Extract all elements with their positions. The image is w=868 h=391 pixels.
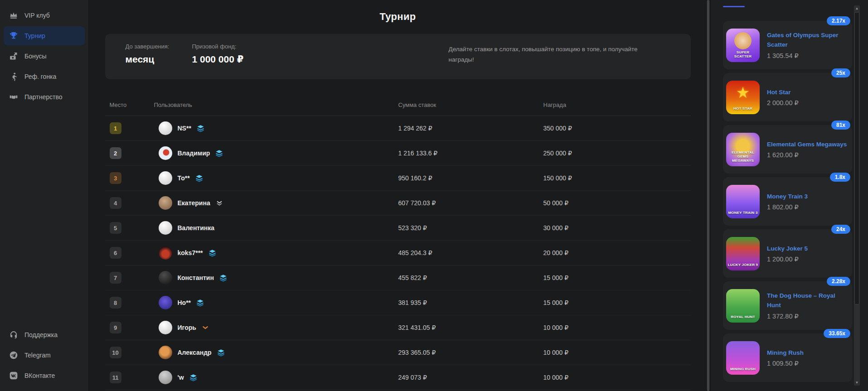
multiplier-badge: 25x xyxy=(831,68,850,77)
rank-badge: 6 xyxy=(110,247,121,259)
reward-value: 350 000 ₽ xyxy=(543,125,691,132)
prize-label: Призовой фонд: xyxy=(192,43,243,50)
game-thumbnail: LUCKY JOKER 5 xyxy=(726,237,760,270)
tournament-info-panel: До завершения: месяц Призовой фонд: 1 00… xyxy=(105,34,691,79)
username: Владимир xyxy=(178,150,210,157)
multiplier-badge: 81x xyxy=(831,121,850,130)
reward-value: 10 000 ₽ xyxy=(543,349,691,356)
rank-badge: 2 xyxy=(110,147,121,159)
rank-badge: 1 xyxy=(110,122,121,134)
bets-value: 1 216 133.6 ₽ xyxy=(398,150,543,157)
table-row: 3То**950 160.2 ₽150 000 ₽ xyxy=(105,166,691,191)
sidebar-item-label: VIP клуб xyxy=(24,12,50,19)
username: То** xyxy=(178,174,190,182)
win-amount: 1 802.00 ₽ xyxy=(767,203,808,211)
handshake-icon xyxy=(9,92,18,101)
table-row: 7Константин455 822 ₽15 000 ₽ xyxy=(105,265,691,290)
sidebar-item-vkontakte[interactable]: ВКонтакте xyxy=(4,366,85,385)
sidebar-item-label: ВКонтакте xyxy=(24,372,55,379)
live-wins-scrollbar[interactable]: ▲ ▼ xyxy=(854,5,860,386)
sidebar-item-bonuses[interactable]: Бонусы xyxy=(4,47,85,66)
multiplier-badge: 2.28x xyxy=(827,277,850,286)
table-row: 11'w249 073 ₽10 000 ₽ xyxy=(105,365,691,390)
trophy-icon xyxy=(9,31,18,40)
sidebar-item-support[interactable]: Поддержка xyxy=(4,325,85,344)
bets-value: 455 822 ₽ xyxy=(398,274,543,281)
multiplier-badge: 2.17x xyxy=(827,16,850,25)
sidebar-item-ref-race[interactable]: Реф. гонка xyxy=(4,67,85,86)
ends-stat: До завершения: месяц xyxy=(126,43,170,65)
reward-value: 150 000 ₽ xyxy=(543,174,691,182)
live-win-card[interactable]: 81xELEMENTAL GEMS MEGAWAYSElemental Gems… xyxy=(723,125,852,174)
prize-stat: Призовой фонд: 1 000 000 ₽ xyxy=(192,43,243,65)
live-win-card[interactable]: 33.65xMINING RUSHMining Rush1 009.50 ₽ xyxy=(723,333,852,382)
layers-icon xyxy=(197,125,204,132)
username: Игорь xyxy=(178,324,196,331)
username: koks7*** xyxy=(178,249,203,256)
reward-value: 20 000 ₽ xyxy=(543,249,691,256)
avatar xyxy=(159,196,172,210)
multiplier-badge: 24x xyxy=(831,225,850,234)
game-thumbnail: ELEMENTAL GEMS MEGAWAYS xyxy=(726,133,760,166)
main-scrollbar-thumb[interactable] xyxy=(707,0,709,391)
sidebar-nav-bottom: ПоддержкаTelegramВКонтакте xyxy=(0,324,88,386)
avatar xyxy=(159,121,172,135)
live-win-card[interactable]: 25xHOT STARHot Star2 000.00 ₽ xyxy=(723,73,852,121)
avatar xyxy=(159,271,172,285)
column-header: Пользователь xyxy=(154,101,398,108)
layers-icon xyxy=(209,249,216,257)
game-title: The Dog House – Royal Hunt xyxy=(767,291,848,310)
sidebar-item-partnership[interactable]: Партнерство xyxy=(4,87,85,106)
bets-value: 381 935 ₽ xyxy=(398,299,543,306)
live-win-card[interactable]: 1.8xMONEY TRAIN 3Money Train 31 802.00 ₽ xyxy=(723,177,852,226)
runner-icon xyxy=(9,72,18,81)
avatar xyxy=(159,371,172,384)
avatar xyxy=(159,346,172,359)
rank-badge: 8 xyxy=(110,297,121,309)
avatar xyxy=(159,296,172,309)
bets-value: 607 720.03 ₽ xyxy=(398,199,543,207)
win-amount: 1 620.00 ₽ xyxy=(767,151,847,159)
live-wins-list: 2.17xSUPER SCATTERGates of Olympus Super… xyxy=(711,0,868,382)
sidebar-item-label: Поддержка xyxy=(24,331,58,338)
rank-badge: 3 xyxy=(110,172,121,184)
scroll-up-arrow-icon[interactable]: ▲ xyxy=(854,5,860,11)
live-win-card[interactable]: 2.17xSUPER SCATTERGates of Olympus Super… xyxy=(723,21,852,69)
avatar xyxy=(159,221,172,235)
win-amount: 1 372.80 ₽ xyxy=(767,313,848,320)
sidebar-item-telegram[interactable]: Telegram xyxy=(4,346,85,365)
game-title: Lucky Joker 5 xyxy=(767,244,808,254)
leaderboard-body: 1NS**1 294 262 ₽350 000 ₽2Владимир1 216 … xyxy=(105,116,691,390)
table-row: 5Валентинка523 320 ₽30 000 ₽ xyxy=(105,216,691,241)
layers-icon xyxy=(215,150,223,157)
reward-value: 50 000 ₽ xyxy=(543,199,691,207)
bets-value: 485 204.3 ₽ xyxy=(398,249,543,256)
table-row: 10Александр293 365.05 ₽10 000 ₽ xyxy=(105,340,691,365)
layers-icon xyxy=(189,374,197,381)
live-win-card[interactable]: 24xLUCKY JOKER 5Lucky Joker 51 200.00 ₽ xyxy=(723,229,852,278)
avatar xyxy=(159,146,172,160)
reward-value: 30 000 ₽ xyxy=(543,224,691,232)
live-wins-sidebar: 2.17xSUPER SCATTERGates of Olympus Super… xyxy=(710,0,868,391)
avatar xyxy=(159,246,172,260)
live-wins-scrollbar-thumb[interactable] xyxy=(854,12,859,304)
left-sidebar: VIP клубТурнирБонусыРеф. гонкаПартнерств… xyxy=(0,0,89,391)
table-row: 2Владимир1 216 133.6 ₽250 000 ₽ xyxy=(105,141,691,166)
live-win-card[interactable]: 2.28xROYAL HUNTThe Dog House – Royal Hun… xyxy=(723,281,852,330)
sidebar-item-label: Telegram xyxy=(24,352,51,359)
sidebar-item-label: Турнир xyxy=(24,32,45,39)
rank-badge: 5 xyxy=(110,222,121,234)
sidebar-item-tournament[interactable]: Турнир xyxy=(4,26,85,45)
game-thumbnail: ROYAL HUNT xyxy=(726,289,760,323)
table-row: 4Екатерина607 720.03 ₽50 000 ₽ xyxy=(105,191,691,216)
leaderboard-table: МестоПользовательСумма ставокНаграда 1NS… xyxy=(105,94,691,390)
main-scrollbar[interactable] xyxy=(707,0,710,391)
username: Екатерина xyxy=(178,199,210,207)
bets-value: 1 294 262 ₽ xyxy=(398,125,543,132)
layers-icon xyxy=(196,299,204,307)
layers-icon xyxy=(195,174,203,182)
layers-icon xyxy=(219,274,227,282)
game-thumbnail: MONEY TRAIN 3 xyxy=(726,185,760,218)
sidebar-item-vip-club[interactable]: VIP клуб xyxy=(4,6,85,25)
scroll-down-arrow-icon[interactable]: ▼ xyxy=(854,380,860,386)
